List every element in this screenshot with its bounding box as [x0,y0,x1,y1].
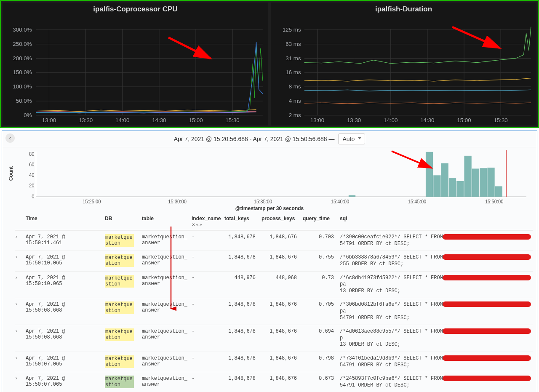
svg-text:0: 0 [32,193,35,200]
svg-text:15:00: 15:00 [189,117,203,123]
svg-text:40: 40 [29,172,35,178]
svg-text:150.0%: 150.0% [13,69,32,75]
svg-text:8 ms: 8 ms [289,83,301,90]
svg-text:13:30: 13:30 [79,117,93,123]
cell-sql: /*6c8db41973fd5922*/ SELECT * FROM marke… [340,275,533,295]
cell-table: marketquestion_answer [142,355,188,367]
svg-text:4 ms: 4 ms [289,98,301,104]
redacted-icon [443,275,531,280]
col-table[interactable]: table [142,216,188,221]
cell-sql: /*6bb338878a678459*/ SELECT * FROM marke… [340,254,533,267]
svg-text:15:00: 15:00 [457,117,471,123]
table-row[interactable]: ›Apr 7, 2021 @ 15:50:08.668marketquestio… [15,325,533,352]
redacted-icon [443,254,531,260]
svg-rect-67 [349,195,355,197]
grafana-panels: ipalfis-Coprocessor CPU 0% 50.0% 100.0% … [0,0,539,128]
panel-cpu-plot[interactable]: 0% 50.0% 100.0% 150.0% 200.0% 250.0% 300… [6,16,265,124]
svg-text:80: 80 [29,151,35,157]
svg-text:125 ms: 125 ms [283,27,301,33]
kibana-topbar: Apr 7, 2021 @ 15:20:56.688 - Apr 7, 2021… [2,131,537,147]
cell-time: Apr 7, 2021 @ 15:50:08.668 [26,301,101,313]
expand-row-icon[interactable]: › [15,234,22,240]
svg-text:16 ms: 16 ms [286,69,301,75]
cell-qt: 0.73 [303,275,336,281]
col-sql[interactable]: sql [340,216,533,221]
svg-text:100.0%: 100.0% [13,83,32,90]
cell-index: - [192,355,221,361]
cell-db: marketquestion [105,301,139,314]
cell-qt: 0.705 [303,301,336,307]
cell-index: - [192,275,221,281]
svg-rect-77 [495,187,502,197]
log-table-header: Time DB table index_name ✕ « » total_key… [15,213,533,230]
redacted-icon [443,376,531,381]
redacted-icon [443,301,531,307]
cell-table: marketquestion_answer [142,328,188,340]
cell-index: - [192,376,221,381]
table-row[interactable]: ›Apr 7, 2021 @ 15:50:07.065marketquestio… [15,372,533,392]
cell-db: marketquestion [105,376,139,388]
col-db[interactable]: DB [105,216,139,221]
col-query-time[interactable]: query_time [303,216,336,221]
cell-time: Apr 7, 2021 @ 15:50:08.668 [26,328,101,340]
cell-process: 1,848,676 [261,328,299,334]
cell-table: marketquestion_answer [142,376,188,387]
svg-text:13:30: 13:30 [347,117,361,123]
svg-rect-70 [441,163,448,197]
col-process-keys[interactable]: process_keys [261,216,299,221]
expand-row-icon[interactable]: › [15,328,22,334]
svg-rect-71 [449,178,456,197]
redacted-icon [443,355,531,361]
expand-row-icon[interactable]: › [15,355,22,361]
svg-text:63 ms: 63 ms [286,41,301,47]
expand-row-icon[interactable]: › [15,254,22,260]
cell-time: Apr 7, 2021 @ 15:50:11.461 [26,234,101,246]
svg-text:13:00: 13:00 [42,117,56,123]
cell-qt: 0.755 [303,254,336,260]
kibana-panel: ‹ Apr 7, 2021 @ 15:20:56.688 - Apr 7, 20… [2,131,537,392]
cell-process: 448,968 [261,275,299,281]
cell-sql: /*390c00ceafc1e022*/ SELECT * FROM marke… [340,234,533,247]
table-row[interactable]: ›Apr 7, 2021 @ 15:50:10.065marketquestio… [15,271,533,298]
cell-sql: /*734f01beda19d8b9*/ SELECT * FROM marke… [340,355,533,368]
interval-select[interactable]: Auto [338,133,366,144]
cell-db: marketquestion [105,275,139,288]
expand-row-icon[interactable]: › [15,376,22,381]
cell-time: Apr 7, 2021 @ 15:50:10.065 [26,275,101,287]
cell-index: - [192,328,221,334]
svg-rect-73 [464,156,471,197]
table-row[interactable]: ›Apr 7, 2021 @ 15:50:11.461marketquestio… [15,230,533,251]
col-index-name[interactable]: index_name ✕ « » [192,216,221,227]
cell-table: marketquestion_answer [142,275,188,287]
cell-time: Apr 7, 2021 @ 15:50:07.065 [26,355,101,367]
cell-qt: 0.673 [303,376,336,381]
panel-duration-plot[interactable]: 2 ms 4 ms 8 ms 16 ms 31 ms 63 ms 125 ms … [274,16,533,124]
histogram[interactable]: Count 0 20 40 60 80 15:25:00 15:30:00 15… [2,147,537,206]
hist-ylabel: Count [8,166,14,181]
col-total-keys[interactable]: total_keys [224,216,258,221]
col-time[interactable]: Time [26,216,101,221]
svg-text:200.0%: 200.0% [13,55,32,61]
svg-text:14:00: 14:00 [115,117,129,123]
cell-qt: 0.703 [303,234,336,240]
svg-text:50.0%: 50.0% [16,98,32,104]
cell-db: marketquestion [105,355,139,368]
expand-row-icon[interactable]: › [15,275,22,281]
table-row[interactable]: ›Apr 7, 2021 @ 15:50:08.668marketquestio… [15,298,533,325]
cell-index: - [192,234,221,240]
panel-duration: ipalfish-Duration 2 ms 4 ms 8 ms 16 ms 3… [271,3,536,125]
cell-total: 1,848,678 [224,376,258,381]
svg-text:20: 20 [29,182,35,189]
hist-bars [426,152,502,197]
cell-table: marketquestion_answer [142,234,188,246]
table-row[interactable]: ›Apr 7, 2021 @ 15:50:10.065marketquestio… [15,251,533,271]
cell-sql: /*4d0613aee88c9557*/ SELECT * FROM marke… [340,328,533,348]
cell-process: 1,848,676 [261,376,299,381]
log-table: Time DB table index_name ✕ « » total_key… [2,211,537,392]
svg-text:14:30: 14:30 [420,117,434,123]
cell-process: 1,848,676 [261,234,299,240]
cell-table: marketquestion_answer [142,301,188,313]
table-row[interactable]: ›Apr 7, 2021 @ 15:50:07.065marketquestio… [15,352,533,372]
expand-row-icon[interactable]: › [15,301,22,307]
svg-text:0%: 0% [24,112,32,118]
